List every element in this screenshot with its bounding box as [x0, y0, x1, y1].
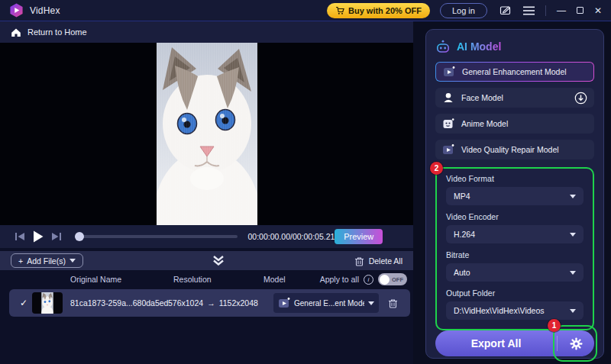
right-panel: AI Model General Enhancement Model [413, 21, 611, 364]
resolution-from: 576x1024 [168, 298, 203, 308]
apply-to-all-toggle[interactable]: OFF [378, 273, 407, 285]
ai-model-card: AI Model General Enhancement Model [425, 29, 604, 359]
resolution-to: 1152x2048 [219, 298, 258, 308]
video-format-value: MP4 [454, 192, 570, 201]
seek-slider[interactable] [75, 235, 238, 238]
bitrate-select[interactable]: Auto [446, 263, 584, 282]
toggle-knob [380, 275, 390, 285]
download-icon[interactable] [574, 92, 587, 105]
skip-forward-icon [51, 232, 62, 241]
video-encoder-select[interactable]: H.264 [446, 225, 584, 243]
arrow-right-icon: → [207, 298, 215, 308]
apply-to-all-label: Apply to all [320, 275, 359, 284]
buy-button-label: Buy with 20% OFF [348, 6, 422, 15]
export-area: Export All [435, 330, 594, 356]
caret-down-icon [368, 301, 374, 305]
skip-back-button[interactable] [11, 232, 29, 241]
ai-model-title: AI Model [457, 40, 501, 53]
output-folder-group: Output Folder D:\VidHex\VidHex\Videos [446, 288, 584, 320]
cat-left-eye [177, 114, 196, 134]
minimize-button[interactable]: — [557, 6, 566, 15]
file-table-row[interactable]: ✓ 81ca1873-259a...680d [9, 289, 410, 317]
model-general-enhancement[interactable]: General Enhancement Model [435, 62, 594, 82]
bitrate-label: Bitrate [446, 250, 584, 259]
video-format-group: Video Format MP4 [446, 174, 584, 205]
playback-time: 00:00:00.00/00:00:05.21 [248, 232, 335, 241]
step-badge-1: 1 [548, 319, 561, 332]
row-model-dropdown[interactable]: General E...ent Model [273, 293, 379, 313]
add-files-label: Add File(s) [27, 256, 66, 266]
export-all-label: Export All [435, 337, 557, 350]
cat-video-frame [157, 43, 257, 225]
app-title: VidHex [30, 5, 60, 16]
header-resolution: Resolution [173, 275, 212, 284]
video-format-select[interactable]: MP4 [446, 187, 584, 205]
video-frame [157, 43, 257, 225]
double-chevron-down-icon [212, 256, 225, 266]
hamburger-icon [523, 6, 535, 15]
play-button[interactable] [29, 230, 47, 243]
output-folder-select[interactable]: D:\VidHex\VidHex\Videos [446, 301, 584, 320]
titlebar: VidHex Buy with 20% OFF Log in — [0, 0, 611, 21]
row-delete-button[interactable] [388, 298, 398, 308]
return-home-button[interactable]: Return to Home [0, 21, 413, 43]
file-name: 81ca1873-259a...680da5ed2.mp4 [70, 298, 168, 308]
collapse-panel-button[interactable] [212, 256, 225, 266]
output-folder-value: D:\VidHex\VidHex\Videos [454, 306, 570, 315]
ai-model-header: AI Model [435, 39, 594, 54]
app-window: VidHex Buy with 20% OFF Log in — [0, 0, 611, 364]
caret-down-icon [570, 233, 576, 237]
feedback-button[interactable] [499, 5, 511, 16]
preview-button[interactable]: Preview [335, 229, 383, 244]
video-model-icon [442, 143, 454, 156]
maximize-button[interactable] [577, 7, 584, 14]
file-resolution: 576x1024 → 1152x2048 [168, 298, 273, 308]
titlebar-divider [545, 5, 546, 16]
buy-button[interactable]: Buy with 20% OFF [327, 3, 430, 18]
menu-button[interactable] [523, 6, 535, 15]
close-button[interactable]: ✕ [594, 6, 602, 15]
toggle-state-label: OFF [392, 276, 403, 283]
add-files-button[interactable]: + Add File(s) [11, 253, 83, 268]
output-settings-panel: 2 Video Format MP4 Video Encoder H.264 [435, 167, 594, 330]
model-anime[interactable]: Anime Model [435, 114, 594, 134]
file-toolbar: + Add File(s) [0, 251, 413, 270]
video-model-icon [443, 66, 455, 78]
home-icon [11, 27, 21, 37]
bitrate-group: Bitrate Auto [446, 250, 584, 282]
header-model: Model [263, 275, 286, 284]
cat-thumbnail-image [41, 292, 53, 314]
login-button[interactable]: Log in [440, 3, 487, 18]
video-format-label: Video Format [446, 174, 584, 183]
model-label: Face Model [461, 93, 503, 102]
main-area: Return to Home [0, 21, 611, 364]
caret-down-icon [570, 309, 576, 313]
video-encoder-group: Video Encoder H.264 [446, 212, 584, 243]
video-model-icon [278, 297, 290, 309]
anime-model-icon [442, 118, 454, 130]
maximize-icon [577, 7, 584, 14]
video-encoder-value: H.264 [454, 230, 570, 239]
seek-slider-knob[interactable] [75, 232, 84, 241]
row-model-value: General E...ent Model [294, 299, 364, 308]
model-label: Anime Model [461, 119, 508, 128]
cart-icon [335, 6, 344, 15]
skip-back-icon [15, 232, 25, 241]
model-label: Video Quality Repair Model [461, 145, 559, 154]
trash-icon [388, 298, 398, 308]
info-icon[interactable]: i [364, 275, 373, 285]
gear-icon [570, 337, 583, 350]
left-panel: Return to Home [0, 21, 413, 364]
delete-all-label: Delete All [369, 256, 402, 266]
caret-down-icon [70, 259, 76, 263]
check-icon[interactable]: ✓ [15, 298, 32, 308]
model-video-quality-repair[interactable]: Video Quality Repair Model [435, 140, 594, 159]
model-label: General Enhancement Model [462, 67, 567, 76]
export-all-button[interactable]: Export All [435, 330, 594, 356]
model-face[interactable]: Face Model [435, 88, 594, 108]
trash-icon [354, 256, 364, 266]
export-settings-button[interactable] [558, 337, 594, 350]
caret-down-icon [570, 271, 576, 275]
skip-forward-button[interactable] [47, 232, 66, 241]
delete-all-button[interactable]: Delete All [354, 256, 402, 266]
